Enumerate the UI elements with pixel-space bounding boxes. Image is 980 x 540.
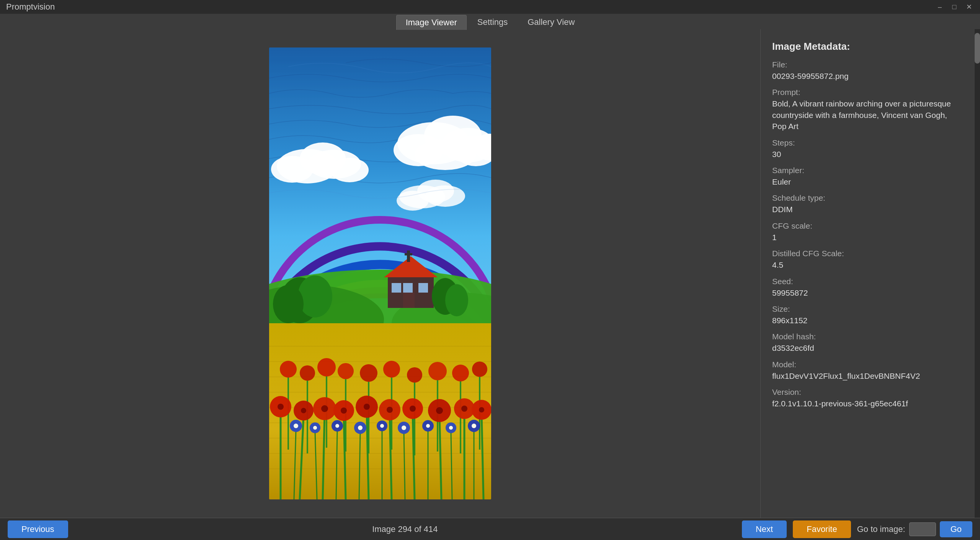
cfg-scale-field: CFG scale: 1	[772, 221, 963, 243]
svg-point-61	[452, 365, 469, 381]
model-hash-label: Model hash:	[772, 332, 963, 341]
svg-point-106	[402, 425, 406, 430]
tab-settings[interactable]: Settings	[468, 15, 517, 29]
size-value: 896x1152	[772, 315, 963, 326]
steps-value: 30	[772, 149, 963, 160]
scrollbar-thumb[interactable]	[975, 33, 980, 64]
svg-point-107	[426, 424, 430, 428]
go-to-image-group: Go to image: Go	[857, 521, 972, 537]
titlebar-left: Promptvision	[6, 2, 55, 12]
svg-point-101	[294, 424, 298, 428]
svg-point-32	[445, 284, 468, 316]
svg-point-108	[449, 426, 453, 430]
version-label: Version:	[772, 388, 963, 397]
svg-point-112	[321, 405, 328, 412]
prompt-value: Bold, A vibrant rainbow arching over a p…	[772, 98, 963, 132]
main-image-container	[269, 47, 491, 499]
svg-point-16	[397, 191, 429, 211]
schedule-type-field: Schedule type: DDIM	[772, 193, 963, 215]
titlebar-controls: – □ ✕	[935, 2, 974, 12]
prompt-label: Prompt:	[772, 88, 963, 97]
svg-point-53	[280, 361, 297, 378]
model-label: Model:	[772, 360, 963, 369]
schedule-type-value: DDIM	[772, 204, 963, 215]
svg-point-110	[278, 404, 284, 410]
file-value: 00293-59955872.png	[772, 70, 963, 82]
steps-field: Steps: 30	[772, 138, 963, 160]
svg-point-59	[407, 367, 422, 383]
model-hash-value: d3532ec6fd	[772, 342, 963, 353]
seed-value: 59955872	[772, 287, 963, 298]
size-label: Size:	[772, 304, 963, 314]
svg-point-111	[301, 408, 306, 413]
svg-point-113	[341, 407, 347, 414]
main-content: Image Metadata: File: 00293-59955872.png…	[0, 29, 980, 518]
metadata-panel: Image Metadata: File: 00293-59955872.png…	[760, 29, 975, 518]
favorite-button[interactable]: Favorite	[793, 520, 851, 538]
svg-point-15	[425, 185, 465, 207]
model-value: flux1DevV1V2Flux1_flux1DevBNBNF4V2	[772, 370, 963, 381]
file-label: File:	[772, 60, 963, 69]
svg-rect-26	[405, 253, 412, 255]
tab-gallery-view[interactable]: Gallery View	[518, 15, 584, 29]
schedule-type-label: Schedule type:	[772, 193, 963, 203]
file-field: File: 00293-59955872.png	[772, 60, 963, 82]
svg-point-116	[410, 406, 416, 412]
steps-label: Steps:	[772, 138, 963, 147]
next-button[interactable]: Next	[742, 520, 787, 538]
svg-point-102	[313, 426, 317, 430]
distilled-cfg-value: 4.5	[772, 259, 963, 270]
titlebar: Promptvision – □ ✕	[0, 0, 980, 14]
model-field: Model: flux1DevV1V2Flux1_flux1DevBNBNF4V…	[772, 360, 963, 381]
cfg-scale-label: CFG scale:	[772, 221, 963, 231]
scrollbar-track[interactable]	[975, 29, 980, 518]
svg-point-115	[387, 407, 393, 413]
svg-point-22	[273, 285, 304, 323]
svg-rect-28	[403, 283, 413, 293]
svg-point-4	[271, 156, 313, 183]
svg-point-5	[330, 158, 369, 182]
svg-point-58	[383, 361, 400, 378]
prompt-field: Prompt: Bold, A vibrant rainbow arching …	[772, 88, 963, 132]
distilled-cfg-label: Distilled CFG Scale:	[772, 249, 963, 258]
sampler-value: Euler	[772, 176, 963, 187]
distilled-cfg-field: Distilled CFG Scale: 4.5	[772, 249, 963, 270]
model-hash-field: Model hash: d3532ec6fd	[772, 332, 963, 353]
version-field: Version: f2.0.1v1.10.1-previous-361-g65e…	[772, 388, 963, 409]
maximize-button[interactable]: □	[949, 2, 959, 12]
svg-point-117	[436, 407, 443, 414]
svg-rect-30	[403, 293, 415, 308]
previous-button[interactable]: Previous	[8, 520, 68, 538]
go-button[interactable]: Go	[940, 521, 972, 537]
image-area	[0, 29, 760, 518]
svg-point-57	[360, 364, 377, 382]
minimize-button[interactable]: –	[935, 2, 945, 12]
svg-point-60	[428, 362, 447, 380]
nav-tabs: Image Viewer Settings Gallery View	[0, 14, 980, 29]
size-field: Size: 896x1152	[772, 304, 963, 326]
svg-point-105	[380, 424, 384, 428]
svg-point-62	[472, 362, 487, 377]
svg-rect-25	[407, 250, 410, 262]
seed-label: Seed:	[772, 277, 963, 286]
sampler-label: Sampler:	[772, 166, 963, 175]
svg-point-56	[338, 363, 354, 379]
image-count-label: Image 294 of 414	[372, 524, 438, 534]
go-to-input[interactable]	[909, 522, 936, 536]
cfg-scale-value: 1	[772, 232, 963, 243]
svg-point-103	[335, 424, 339, 428]
image-count: Image 294 of 414	[74, 524, 736, 534]
seed-field: Seed: 59955872	[772, 277, 963, 298]
tab-image-viewer[interactable]: Image Viewer	[396, 15, 467, 30]
svg-rect-27	[392, 283, 401, 293]
sampler-field: Sampler: Euler	[772, 166, 963, 187]
close-button[interactable]: ✕	[964, 2, 974, 12]
svg-point-54	[300, 365, 315, 381]
version-value: f2.0.1v1.10.1-previous-361-g65ec461f	[772, 398, 963, 409]
svg-point-104	[358, 425, 363, 430]
svg-point-21	[298, 275, 332, 317]
app-title: Promptvision	[6, 2, 55, 12]
svg-point-118	[461, 406, 467, 412]
svg-point-114	[364, 404, 370, 410]
bottom-bar: Previous Image 294 of 414 Next Favorite …	[0, 518, 980, 540]
